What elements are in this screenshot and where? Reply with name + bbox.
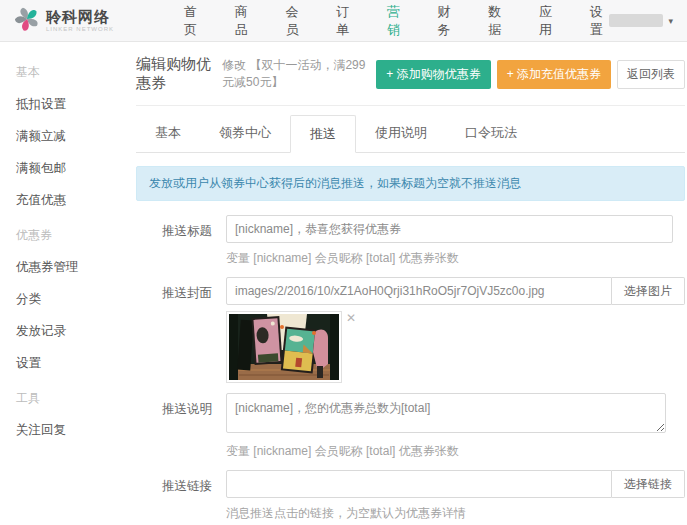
push-link-hint: 消息推送点击的链接，为空默认为优惠券详情: [226, 505, 685, 522]
main-content: 编辑购物优惠券 修改 【双十一活动，满299元减50元】 + 添加购物优惠券 +…: [120, 42, 687, 525]
sidebar-section-basic: 基本: [16, 64, 120, 81]
push-title-input[interactable]: [226, 215, 673, 243]
brand-subtitle: LINKER NETWORK: [46, 26, 114, 32]
nav-item-settings[interactable]: 设置: [590, 3, 610, 39]
nav-item-marketing[interactable]: 营销: [387, 3, 407, 39]
sidebar-item-issue-records[interactable]: 发放记录: [16, 323, 120, 340]
nav-item-orders[interactable]: 订单: [336, 3, 356, 39]
sidebar: 基本 抵扣设置 满额立减 满额包邮 充值优惠 优惠券 优惠券管理 分类 发放记录…: [0, 42, 120, 525]
page-header: 编辑购物优惠券 修改 【双十一活动，满299元减50元】 + 添加购物优惠券 +…: [136, 42, 685, 106]
sidebar-section-tools: 工具: [16, 390, 120, 407]
chevron-down-icon: ▾: [668, 16, 673, 26]
sidebar-item-free-shipping[interactable]: 满额包邮: [16, 160, 120, 177]
brand-name: 聆科网络: [46, 9, 114, 26]
nav-item-members[interactable]: 会员: [285, 3, 305, 39]
page-subtitle: 修改 【双十一活动，满299元减50元】: [222, 57, 376, 91]
back-to-list-button-top[interactable]: 返回列表: [617, 60, 685, 89]
sidebar-item-settings[interactable]: 设置: [16, 355, 120, 372]
remove-cover-icon[interactable]: ✕: [346, 311, 356, 325]
nav-item-products[interactable]: 商品: [235, 3, 255, 39]
nav-item-apps[interactable]: 应用: [539, 3, 559, 39]
tab-push[interactable]: 推送: [290, 115, 356, 153]
choose-link-button[interactable]: 选择链接: [612, 470, 685, 498]
page-title: 编辑购物优惠券: [136, 55, 215, 93]
sidebar-section-coupon: 优惠券: [16, 227, 120, 244]
push-title-label: 推送标题: [136, 215, 212, 267]
add-shopping-coupon-button[interactable]: + 添加购物优惠券: [376, 60, 490, 89]
push-link-input[interactable]: [226, 470, 612, 498]
push-desc-hint: 变量 [nickname] 会员昵称 [total] 优惠券张数: [226, 443, 666, 460]
sidebar-item-category[interactable]: 分类: [16, 291, 120, 308]
push-title-hint: 变量 [nickname] 会员昵称 [total] 优惠券张数: [226, 250, 673, 267]
choose-image-button[interactable]: 选择图片: [612, 277, 685, 305]
sidebar-item-recharge-discount[interactable]: 充值优惠: [16, 192, 120, 209]
tab-password-play[interactable]: 口令玩法: [446, 115, 536, 153]
cover-preview-image: [226, 311, 342, 383]
user-name-redacted: [609, 14, 663, 27]
push-desc-textarea[interactable]: [nickname]，您的优惠券总数为[total]: [226, 393, 666, 433]
nav-item-finance[interactable]: 财务: [438, 3, 458, 39]
sidebar-item-full-reduction[interactable]: 满额立减: [16, 128, 120, 145]
add-recharge-coupon-button[interactable]: + 添加充值优惠券: [497, 60, 611, 89]
brand-logo: 聆科网络 LINKER NETWORK: [14, 6, 154, 35]
sidebar-item-deduction-settings[interactable]: 抵扣设置: [16, 96, 120, 113]
tab-bar: 基本 领券中心 推送 使用说明 口令玩法: [136, 115, 685, 153]
sidebar-item-follow-reply[interactable]: 关注回复: [16, 422, 120, 439]
pinwheel-logo-icon: [14, 6, 40, 35]
nav-item-data[interactable]: 数据: [488, 3, 508, 39]
tab-basic[interactable]: 基本: [136, 115, 200, 153]
nav-item-home[interactable]: 首页: [184, 3, 204, 39]
push-form: 推送标题 变量 [nickname] 会员昵称 [total] 优惠券张数 推送…: [136, 215, 685, 525]
push-link-label: 推送链接: [136, 470, 212, 522]
sidebar-item-coupon-manage[interactable]: 优惠券管理: [16, 259, 120, 276]
push-cover-input[interactable]: [226, 277, 612, 305]
user-menu[interactable]: ▾: [609, 14, 673, 27]
tab-coupon-center[interactable]: 领券中心: [200, 115, 290, 153]
main-nav: 首页 商品 会员 订单 营销 财务 数据 应用 设置: [184, 3, 609, 39]
info-alert: 发放或用户从领券中心获得后的消息推送，如果标题为空就不推送消息: [136, 166, 685, 201]
top-navbar: 聆科网络 LINKER NETWORK 首页 商品 会员 订单 营销 财务 数据…: [0, 0, 687, 42]
tab-usage-instructions[interactable]: 使用说明: [356, 115, 446, 153]
push-cover-label: 推送封面: [136, 277, 212, 383]
push-desc-label: 推送说明: [136, 393, 212, 460]
